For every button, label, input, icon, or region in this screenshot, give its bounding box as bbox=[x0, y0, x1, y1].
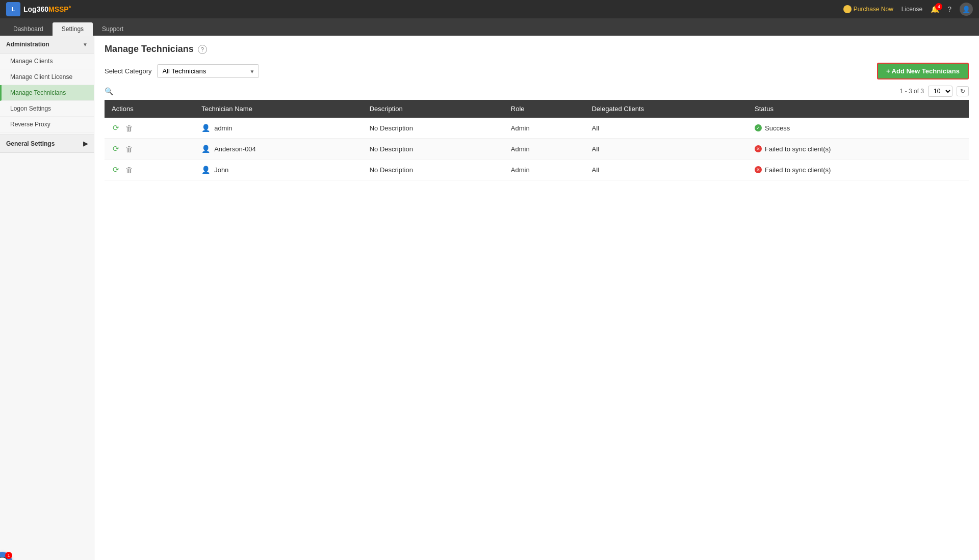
page-header: Manage Technicians ? bbox=[105, 44, 969, 55]
edit-button-1[interactable]: ⟳ bbox=[112, 143, 120, 154]
sidebar-item-reverse-proxy[interactable]: Reverse Proxy bbox=[0, 117, 94, 132]
select-category-container: All Technicians ▼ bbox=[157, 64, 259, 78]
cell-actions-2: ⟳ 🗑 bbox=[105, 159, 194, 180]
sidebar-item-manage-clients[interactable]: Manage Clients bbox=[0, 54, 94, 69]
purchase-now-label: Purchase Now bbox=[854, 6, 893, 13]
cell-role-0: Admin bbox=[504, 118, 585, 139]
table-header-row: Actions Technician Name Description Role… bbox=[105, 100, 969, 118]
status-text-1: Failed to sync client(s) bbox=[765, 145, 831, 153]
col-role: Role bbox=[504, 100, 585, 118]
cell-role-1: Admin bbox=[504, 139, 585, 159]
general-settings-expand-icon: ▶ bbox=[83, 140, 88, 147]
refresh-button[interactable]: ↻ bbox=[957, 86, 969, 96]
delete-button-0[interactable]: 🗑 bbox=[124, 123, 134, 134]
user-avatar[interactable]: 👤 bbox=[960, 3, 973, 16]
status-dot-1: ✕ bbox=[755, 145, 762, 152]
app-name: Log360 bbox=[23, 5, 48, 13]
cell-name-1: 👤 Anderson-004 bbox=[194, 139, 363, 159]
sidebar-item-manage-technicians[interactable]: Manage Technicians bbox=[0, 85, 94, 101]
status-dot-0: ✓ bbox=[755, 124, 762, 131]
cell-description-1: No Description bbox=[363, 139, 504, 159]
cell-description-0: No Description bbox=[363, 118, 504, 139]
delete-button-2[interactable]: 🗑 bbox=[124, 165, 134, 175]
purchase-now-link[interactable]: Purchase Now bbox=[843, 5, 893, 13]
license-link[interactable]: License bbox=[901, 6, 922, 13]
cell-status-1: ✕ Failed to sync client(s) bbox=[748, 139, 969, 159]
cell-status-2: ✕ Failed to sync client(s) bbox=[748, 159, 969, 180]
logo-wave-icon: ʾ bbox=[69, 5, 71, 14]
tab-settings[interactable]: Settings bbox=[53, 22, 93, 36]
administration-label: Administration bbox=[6, 41, 49, 48]
page-title: Manage Technicians bbox=[105, 44, 194, 55]
person-icon-0: 👤 bbox=[201, 124, 210, 132]
table-row: ⟳ 🗑 👤 admin No Description Admin All ✓ S… bbox=[105, 118, 969, 139]
main-content: Manage Technicians ? Select Category All… bbox=[94, 36, 979, 560]
sidebar: Administration ▼ Manage Clients Manage C… bbox=[0, 36, 94, 560]
table-row: ⟳ 🗑 👤 Anderson-004 No Description Admin … bbox=[105, 139, 969, 159]
person-icon-1: 👤 bbox=[201, 145, 210, 153]
help-icon[interactable]: ? bbox=[947, 5, 951, 13]
cell-actions-1: ⟳ 🗑 bbox=[105, 139, 194, 159]
pagination-text: 1 - 3 of 3 bbox=[900, 88, 924, 95]
purchase-icon bbox=[843, 5, 852, 13]
cell-delegated-clients-2: All bbox=[584, 159, 748, 180]
cell-delegated-clients-0: All bbox=[584, 118, 748, 139]
person-icon-2: 👤 bbox=[201, 166, 210, 174]
category-select[interactable]: All Technicians bbox=[157, 64, 259, 78]
topbar-right: Purchase Now License 🔔 4 ? 👤 bbox=[843, 3, 973, 16]
notification-bell[interactable]: 🔔 4 bbox=[931, 5, 939, 13]
status-dot-2: ✕ bbox=[755, 166, 762, 173]
notification-badge: 4 bbox=[935, 3, 942, 10]
pagination-info: 1 - 3 of 3 10 25 50 ↻ bbox=[900, 86, 969, 97]
app-body: Administration ▼ Manage Clients Manage C… bbox=[0, 36, 979, 560]
delete-button-1[interactable]: 🗑 bbox=[124, 144, 134, 154]
select-category-wrapper: Select Category All Technicians ▼ bbox=[105, 64, 259, 78]
topbar: L Log360 MSSP ʾ Purchase Now License 🔔 4… bbox=[0, 0, 979, 18]
search-row: 🔍 1 - 3 of 3 10 25 50 ↻ bbox=[105, 86, 969, 97]
general-settings-label: General Settings bbox=[6, 140, 55, 147]
add-new-technicians-button[interactable]: + Add New Technicians bbox=[877, 63, 969, 79]
col-technician-name: Technician Name bbox=[194, 100, 363, 118]
nav-tabs: Dashboard Settings Support bbox=[0, 18, 979, 36]
technician-name-value-2: John bbox=[214, 166, 228, 174]
col-actions: Actions bbox=[105, 100, 194, 118]
cell-name-0: 👤 admin bbox=[194, 118, 363, 139]
chat-fab[interactable]: 💬 1 bbox=[0, 552, 12, 560]
administration-collapse-icon: ▼ bbox=[83, 42, 88, 47]
search-button[interactable]: 🔍 bbox=[105, 87, 113, 95]
table-row: ⟳ 🗑 👤 John No Description Admin All ✕ Fa… bbox=[105, 159, 969, 180]
app-suffix: MSSP bbox=[48, 5, 69, 13]
tab-dashboard[interactable]: Dashboard bbox=[4, 22, 53, 36]
cell-role-2: Admin bbox=[504, 159, 585, 180]
cell-name-2: 👤 John bbox=[194, 159, 363, 180]
logo-icon: L bbox=[6, 2, 20, 16]
app-logo: L Log360 MSSP ʾ bbox=[6, 2, 71, 16]
col-delegated-clients: Delegated Clients bbox=[584, 100, 748, 118]
user-avatar-icon: 👤 bbox=[962, 6, 970, 13]
technician-name-value-1: Anderson-004 bbox=[214, 145, 256, 153]
edit-button-2[interactable]: ⟳ bbox=[112, 164, 120, 175]
tab-support[interactable]: Support bbox=[93, 22, 133, 36]
sidebar-section-administration[interactable]: Administration ▼ bbox=[0, 36, 94, 54]
sidebar-item-manage-client-license[interactable]: Manage Client License bbox=[0, 69, 94, 85]
technicians-table: Actions Technician Name Description Role… bbox=[105, 100, 969, 180]
col-status: Status bbox=[748, 100, 969, 118]
status-text-0: Success bbox=[765, 124, 790, 132]
cell-description-2: No Description bbox=[363, 159, 504, 180]
page-help-icon[interactable]: ? bbox=[198, 45, 207, 54]
page-size-select[interactable]: 10 25 50 bbox=[928, 86, 952, 97]
edit-button-0[interactable]: ⟳ bbox=[112, 122, 120, 134]
cell-status-0: ✓ Success bbox=[748, 118, 969, 139]
sidebar-item-logon-settings[interactable]: Logon Settings bbox=[0, 101, 94, 117]
technician-name-value-0: admin bbox=[214, 124, 232, 132]
sidebar-section-general-settings[interactable]: General Settings ▶ bbox=[0, 135, 94, 153]
toolbar: Select Category All Technicians ▼ + Add … bbox=[105, 63, 969, 79]
status-text-2: Failed to sync client(s) bbox=[765, 166, 831, 174]
chat-badge: 1 bbox=[5, 552, 12, 559]
select-category-label: Select Category bbox=[105, 67, 152, 75]
cell-delegated-clients-1: All bbox=[584, 139, 748, 159]
col-description: Description bbox=[363, 100, 504, 118]
cell-actions-0: ⟳ 🗑 bbox=[105, 118, 194, 139]
